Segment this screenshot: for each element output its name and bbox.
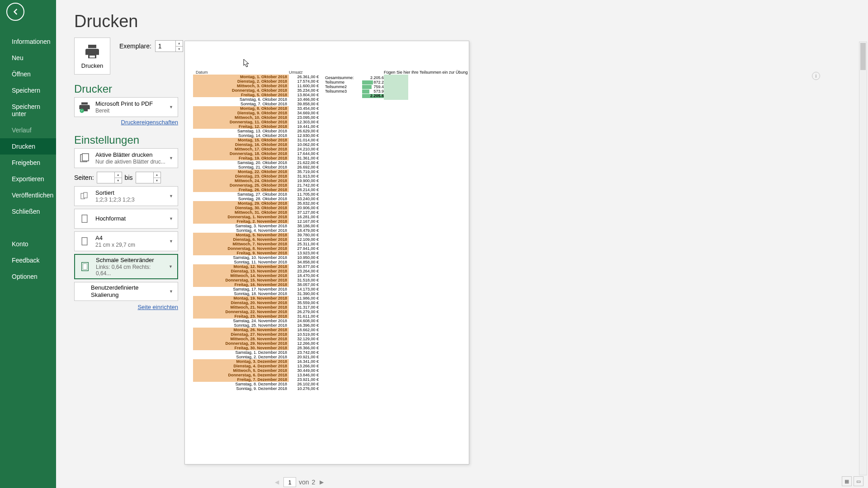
preview-data-row: Montag, 22. Oktober 201835.719,00 € xyxy=(193,169,461,174)
preview-data-row: Donnerstag, 1. November 201816.281,00 € xyxy=(193,215,461,219)
scrollbar-thumb[interactable] xyxy=(860,43,866,70)
print-button[interactable]: Drucken xyxy=(74,38,110,75)
copies-input[interactable] xyxy=(156,41,175,52)
preview-data-row: Dienstag, 6. November 201812.109,00 € xyxy=(193,237,461,242)
sidebar-item-history: Verlauf xyxy=(0,122,56,138)
prev-page-button[interactable]: ◀ xyxy=(273,478,281,486)
preview-data-row: Dienstag, 27. November 201810.519,00 € xyxy=(193,332,461,337)
preview-data-row: Freitag, 16. November 201838.057,00 € xyxy=(193,282,461,287)
preview-data-row: Donnerstag, 11. Oktober 201812.303,00 € xyxy=(193,120,461,124)
show-margins-button[interactable]: ▦ xyxy=(842,476,852,486)
collate-select[interactable]: Sortiert1;2;3 1;2;3 1;2;3 ▼ xyxy=(74,186,178,206)
preview-note: Fügen Sie hier Ihre Teilsummen ein zur Ü… xyxy=(384,70,467,75)
print-scope-select[interactable]: Aktive Blätter druckenNur die aktiven Bl… xyxy=(74,148,178,168)
preview-data-row: Freitag, 30. November 201828.366,00 € xyxy=(193,346,461,350)
pages-label: Seiten: xyxy=(74,174,94,181)
preview-scrollbar[interactable] xyxy=(859,42,867,475)
backstage-sidebar: InformationenNeuÖffnenSpeichernSpeichern… xyxy=(0,0,56,488)
preview-data-row: Freitag, 19. Oktober 201831.361,00 € xyxy=(193,156,461,160)
zoom-to-page-button[interactable]: ▭ xyxy=(854,476,863,486)
info-icon[interactable]: i xyxy=(812,72,820,80)
next-page-button[interactable]: ▶ xyxy=(318,478,326,486)
preview-data-row: Mittwoch, 10. Oktober 201823.095,00 € xyxy=(193,115,461,120)
back-button[interactable] xyxy=(6,3,24,21)
page-total: 2 xyxy=(312,479,316,486)
svg-rect-6 xyxy=(82,238,87,245)
preview-data-row: Freitag, 2. November 201812.167,00 € xyxy=(193,219,461,224)
preview-data-row: Dienstag, 20. November 201835.559,00 € xyxy=(193,300,461,305)
svg-rect-5 xyxy=(82,215,87,223)
chevron-down-icon: ▼ xyxy=(167,216,175,221)
chevron-down-icon: ▼ xyxy=(167,239,175,244)
sidebar-item-info[interactable]: Informationen xyxy=(0,33,56,50)
page-total-prefix: von xyxy=(299,479,309,486)
preview-data-row: Freitag, 9. November 201813.923,00 € xyxy=(193,251,461,255)
preview-data-row: Mittwoch, 14. November 201818.470,00 € xyxy=(193,273,461,278)
preview-data-row: Sonntag, 2. Dezember 201820.921,00 € xyxy=(193,355,461,359)
current-page-input[interactable] xyxy=(283,477,296,487)
sidebar-item-saveas[interactable]: Speichern unter xyxy=(0,99,56,122)
margins-select[interactable]: Schmale SeitenränderLinks: 0,64 cm Recht… xyxy=(74,254,178,279)
printer-properties-link[interactable]: Druckereigenschaften xyxy=(74,119,178,126)
preview-data-row: Donnerstag, 6. Dezember 201813.846,00 € xyxy=(193,373,461,377)
preview-data-row: Mittwoch, 7. November 201825.311,00 € xyxy=(193,242,461,246)
sidebar-item-print[interactable]: Drucken xyxy=(0,138,56,155)
printer-icon xyxy=(84,43,100,60)
papersize-select[interactable]: A421 cm x 29,7 cm ▼ xyxy=(74,231,178,251)
pages-to-label: bis xyxy=(125,174,133,181)
orientation-select[interactable]: Hochformat ▼ xyxy=(74,209,178,229)
sidebar-item-publish[interactable]: Veröffentlichen xyxy=(0,187,56,203)
page-icon xyxy=(77,234,92,249)
preview-data-row: Montag, 12. November 201830.877,00 € xyxy=(193,264,461,269)
printer-status: Bereit xyxy=(95,108,167,114)
preview-data-row: Samstag, 13. Oktober 201826.629,00 € xyxy=(193,129,461,133)
preview-data-row: Sonntag, 7. Oktober 201839.858,00 € xyxy=(193,102,461,106)
preview-data-row: Sonntag, 28. Oktober 201833.240,00 € xyxy=(193,197,461,201)
preview-data-row: Sonntag, 21. Oktober 201826.692,00 € xyxy=(193,165,461,169)
sidebar-item-account[interactable]: Konto xyxy=(0,236,56,252)
preview-data-row: Freitag, 23. November 201831.611,00 € xyxy=(193,314,461,319)
preview-data-row: Dienstag, 4. Dezember 201813.266,00 € xyxy=(193,364,461,368)
preview-data-row: Montag, 8. Oktober 201833.454,00 € xyxy=(193,106,461,111)
copies-spinner[interactable]: ▲▼ xyxy=(155,40,183,52)
preview-data-row: Samstag, 8. Dezember 201826.102,00 € xyxy=(193,382,461,386)
sidebar-item-share[interactable]: Freigeben xyxy=(0,155,56,171)
preview-data-row: Sonntag, 25. November 201816.396,00 € xyxy=(193,323,461,328)
spinner-down-icon[interactable]: ▼ xyxy=(176,47,183,52)
sidebar-item-open[interactable]: Öffnen xyxy=(0,66,56,82)
printer-select[interactable]: Microsoft Print to PDF Bereit ▼ xyxy=(74,97,178,117)
preview-data-row: Mittwoch, 17. Oktober 201824.210,00 € xyxy=(193,147,461,151)
scaling-select[interactable]: Benutzerdefinierte Skalierung ▼ xyxy=(74,282,178,300)
preview-data-row: Donnerstag, 18. Oktober 201817.644,00 € xyxy=(193,151,461,156)
preview-data-row: Freitag, 12. Oktober 201819.441,00 € xyxy=(193,124,461,129)
preview-data-row: Montag, 5. November 201839.780,00 € xyxy=(193,233,461,237)
page-title: Drucken xyxy=(74,12,868,31)
pages-from-input[interactable]: ▲▼ xyxy=(97,172,122,183)
pages-to-input[interactable]: ▲▼ xyxy=(136,172,161,183)
printer-name: Microsoft Print to PDF xyxy=(95,100,167,108)
sidebar-item-new[interactable]: Neu xyxy=(0,50,56,66)
sidebar-item-save[interactable]: Speichern xyxy=(0,82,56,99)
preview-data-row: Montag, 19. November 201811.986,00 € xyxy=(193,296,461,300)
margins-icon xyxy=(78,259,92,274)
spinner-up-icon[interactable]: ▲ xyxy=(176,41,183,47)
preview-data-row: Sonntag, 9. Dezember 201810.276,00 € xyxy=(193,386,461,391)
preview-data-row: Mittwoch, 31. Oktober 201837.127,00 € xyxy=(193,210,461,215)
preview-data-row: Donnerstag, 8. November 201827.941,00 € xyxy=(193,246,461,251)
page-navigation: ◀ von 2 ▶ xyxy=(273,477,326,487)
preview-data-row: Dienstag, 23. Oktober 201831.913,00 € xyxy=(193,174,461,178)
sidebar-item-feedback[interactable]: Feedback xyxy=(0,252,56,268)
sidebar-item-export[interactable]: Exportieren xyxy=(0,171,56,187)
preview-data-row: Samstag, 10. November 201810.950,00 € xyxy=(193,255,461,260)
printer-device-icon xyxy=(77,100,92,114)
preview-data-row: Samstag, 3. November 201838.186,00 € xyxy=(193,224,461,228)
preview-data-row: Freitag, 7. Dezember 201823.921,00 € xyxy=(193,377,461,382)
page-setup-link[interactable]: Seite einrichten xyxy=(74,304,178,310)
sidebar-item-close[interactable]: Schließen xyxy=(0,203,56,220)
preview-data-row: Samstag, 20. Oktober 201821.622,00 € xyxy=(193,160,461,165)
preview-data-row: Samstag, 27. Oktober 201811.705,00 € xyxy=(193,192,461,197)
preview-data-row: Sonntag, 18. November 201831.390,00 € xyxy=(193,291,461,296)
preview-data-row: Mittwoch, 21. November 201831.317,00 € xyxy=(193,305,461,310)
print-button-label: Drucken xyxy=(81,62,103,69)
sidebar-item-options[interactable]: Optionen xyxy=(0,268,56,285)
